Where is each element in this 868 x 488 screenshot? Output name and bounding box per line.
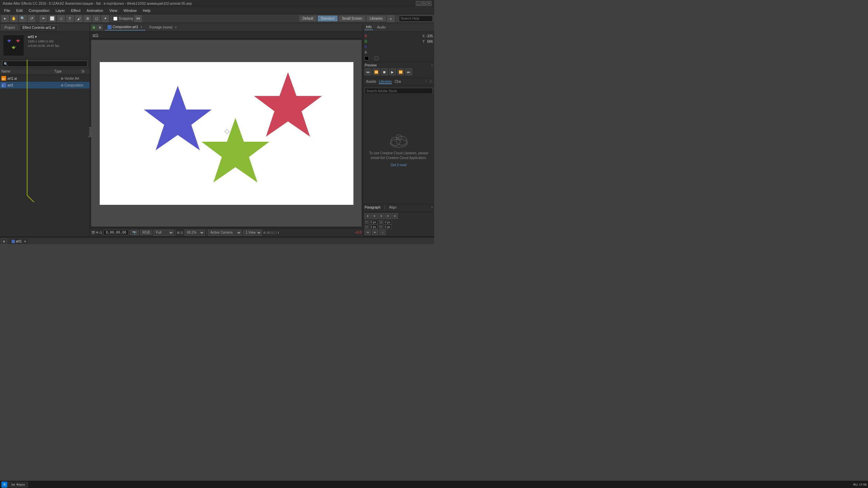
preview-rewind-btn[interactable]: ⏪: [373, 69, 380, 75]
tool-motion-path[interactable]: ⋈: [134, 15, 142, 22]
tab-footage[interactable]: Footage (none) ≡: [147, 25, 179, 30]
time-display[interactable]: 0;00;00;00: [103, 230, 129, 235]
project-item-art1ai[interactable]: Ai art1.ai ⊕ Vector Art: [0, 75, 90, 82]
text-dir-audio[interactable]: ♪: [380, 230, 386, 235]
workspace-libraries[interactable]: Libraries: [367, 16, 386, 21]
align-center-btn[interactable]: ≡: [371, 213, 378, 219]
workspace-default[interactable]: Default: [300, 16, 316, 21]
view-toggle-icon[interactable]: ⊞: [263, 231, 266, 234]
search-project-input[interactable]: [2, 61, 88, 67]
show-channel-btn[interactable]: RGB: [140, 230, 152, 235]
menu-file[interactable]: File: [1, 8, 13, 13]
workspace-small-screen[interactable]: Small Screen: [339, 16, 365, 21]
tool-shape[interactable]: ◇: [57, 15, 65, 22]
tab-effect-controls[interactable]: Effect Controls art1.ai: [19, 25, 58, 30]
lib-menu-btn[interactable]: ≡: [430, 80, 431, 84]
space-before-value[interactable]: 0 px: [369, 225, 378, 229]
tab-info[interactable]: Info: [365, 24, 373, 30]
view-size-icons: ⊞ ⊡: [177, 231, 183, 234]
view-count-select[interactable]: 1 View 2 Views: [243, 230, 262, 236]
tool-clone[interactable]: ⊕: [84, 15, 91, 22]
tab-align[interactable]: Align: [389, 206, 397, 210]
align-right-btn[interactable]: ≡: [378, 213, 384, 219]
para-menu[interactable]: ≡: [431, 206, 433, 210]
menu-layer[interactable]: Layer: [53, 8, 68, 13]
paragraph-tabs: Paragraph Align ≡: [365, 206, 433, 212]
minimize-button[interactable]: _: [416, 1, 421, 6]
tool-puppet[interactable]: ✦: [101, 15, 109, 22]
lib-tab-libraries[interactable]: Libraries: [379, 80, 392, 84]
workspace-standard[interactable]: Standard: [318, 16, 338, 21]
footage-tab-menu[interactable]: ≡: [175, 25, 177, 29]
menu-animation[interactable]: Animation: [84, 8, 106, 13]
lib-add-btn[interactable]: +: [425, 80, 427, 84]
tl-menu-icon[interactable]: ≡: [24, 240, 26, 243]
tab-paragraph[interactable]: Paragraph: [365, 206, 381, 210]
comp-render-icon[interactable]: ⊡: [99, 231, 102, 234]
preview-play-btn[interactable]: ▶: [389, 69, 396, 75]
menu-help[interactable]: Help: [140, 8, 153, 13]
snapping-checkbox[interactable]: [113, 17, 117, 21]
menu-window[interactable]: Window: [121, 8, 139, 13]
align-left-btn[interactable]: ≡: [365, 213, 371, 219]
comp-view-icon[interactable]: 👁: [96, 231, 99, 234]
align-justify-all-btn[interactable]: ≡: [392, 213, 398, 219]
close-button[interactable]: ×: [427, 1, 431, 6]
text-dir-rtl[interactable]: ⇐: [372, 230, 378, 235]
text-dir-ltr[interactable]: ⇒: [365, 230, 371, 235]
tool-pen[interactable]: ✒: [40, 15, 47, 22]
comp-panel-btn1[interactable]: ⊞: [91, 25, 97, 30]
tool-rotate[interactable]: ↺: [28, 15, 35, 22]
tool-eraser[interactable]: ◻: [93, 15, 100, 22]
comp-panel-btn2[interactable]: ⊠: [97, 25, 103, 30]
preview-menu[interactable]: ≡: [431, 64, 433, 67]
comp-tab-menu[interactable]: ≡: [141, 25, 143, 29]
tool-select[interactable]: ▸: [1, 15, 9, 22]
preview-last-btn[interactable]: ⏭: [405, 69, 412, 75]
workspace-more[interactable]: »: [387, 15, 394, 22]
tool-text[interactable]: T: [66, 15, 74, 22]
tab-timeline-art1[interactable]: art1 ≡: [9, 239, 28, 244]
tl-comp-icon[interactable]: ⊞: [1, 239, 7, 244]
tool-zoom[interactable]: 🔍: [19, 15, 26, 22]
snapshot-btn[interactable]: 📷: [130, 230, 139, 235]
adobe-stock-search[interactable]: [365, 88, 433, 94]
comp-info-icon[interactable]: 🎬: [91, 231, 95, 234]
maximize-button[interactable]: □: [421, 1, 426, 6]
tab-composition-art1[interactable]: Composition art1 ≡: [105, 24, 145, 31]
search-help-input[interactable]: [399, 16, 433, 22]
window-controls[interactable]: _ □ ×: [416, 1, 431, 6]
menu-composition[interactable]: Composition: [26, 8, 52, 13]
tab-project[interactable]: Project: [1, 25, 18, 30]
view-grid2-icon[interactable]: ⊡: [271, 231, 274, 234]
indent-right-icon: ⬛: [379, 220, 383, 224]
preview-forward-btn[interactable]: ⏩: [397, 69, 404, 75]
menu-effect[interactable]: Effect: [68, 8, 83, 13]
lib-tab-assets[interactable]: Assets: [366, 80, 376, 84]
lib-tab-cha[interactable]: Cha: [394, 80, 401, 84]
b-label: B: [365, 45, 367, 49]
align-justify-btn[interactable]: ≡: [385, 213, 391, 219]
menu-view[interactable]: View: [107, 8, 120, 13]
project-item-art1[interactable]: C art1 ⊕ Composition: [0, 82, 90, 89]
preview-first-btn[interactable]: ⏮: [365, 69, 371, 75]
zoom-select[interactable]: 68.2% 100% 50%: [185, 230, 205, 236]
breadcrumb-label[interactable]: art1: [93, 33, 98, 37]
space-after-value[interactable]: 0 px: [383, 225, 392, 229]
indent-left-value[interactable]: 0 px: [369, 220, 378, 224]
tool-hand[interactable]: ✋: [10, 15, 18, 22]
indent-right-value[interactable]: 0 px: [383, 220, 392, 224]
tab-audio[interactable]: Audio: [376, 25, 387, 30]
menu-edit[interactable]: Edit: [14, 8, 25, 13]
tool-brush[interactable]: 🖌: [75, 15, 82, 22]
quality-select[interactable]: Full Half Quarter: [154, 230, 174, 236]
view-pixel-icon[interactable]: ⊡: [180, 231, 183, 234]
view-mask-icon[interactable]: ⬡: [274, 231, 277, 234]
preview-stop-btn[interactable]: ⏹: [381, 69, 388, 75]
view-3d-icon[interactable]: 3D: [267, 231, 271, 234]
camera-select[interactable]: Active Camera: [208, 230, 242, 236]
tool-mask[interactable]: ⬜: [49, 15, 56, 22]
get-it-now-link[interactable]: Get it now!: [391, 163, 407, 167]
view-grid-icon[interactable]: ⊞: [177, 231, 180, 234]
view-info-icon[interactable]: ℹ: [278, 231, 279, 234]
